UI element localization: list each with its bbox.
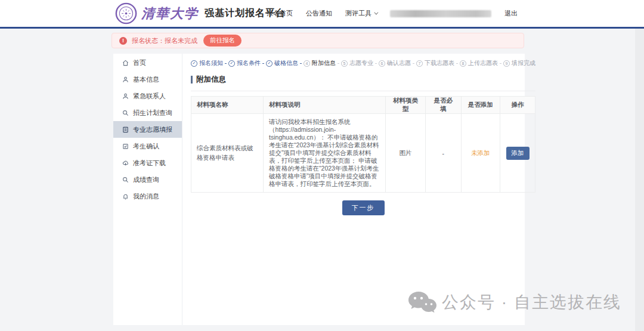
logout-link[interactable]: 退出 <box>504 9 518 18</box>
sidebar-item-label: 我的消息 <box>133 192 159 201</box>
sidebar-item-label: 成绩查询 <box>133 175 159 184</box>
next-button-wrap: 下一步 <box>191 200 535 215</box>
sidebar-item-score-query[interactable]: 成绩查询 <box>113 171 182 188</box>
form-icon <box>122 126 129 133</box>
step-connector <box>413 63 414 64</box>
step-6: 6确认志愿 <box>379 59 411 67</box>
section-divider <box>191 91 535 91</box>
chevron-down-icon <box>374 11 378 15</box>
required-cell: - <box>425 114 461 193</box>
step-connector <box>300 63 302 64</box>
step-connector <box>500 63 501 64</box>
watermark: 公众号 · 自主选拔在线 <box>408 290 621 314</box>
scrollbar-track[interactable] <box>635 29 644 331</box>
step-check-icon <box>266 60 273 67</box>
section-title-text: 附加信息 <box>196 75 226 85</box>
step-2: 报名条件 <box>228 59 261 67</box>
nav-registration-home[interactable]: 报名首页 <box>267 9 293 18</box>
sidebar-item-label: 紧急联系人 <box>133 92 166 101</box>
step-5: 5志愿专业 <box>341 59 373 67</box>
watermark-text: 公众号 · 自主选拔在线 <box>442 291 621 314</box>
university-name: 清華大学 <box>141 5 199 23</box>
operation-cell: 添加 <box>500 114 535 193</box>
step-8: 8上传志愿表 <box>460 59 498 67</box>
step-number: 5 <box>341 60 348 67</box>
bell-icon <box>122 193 129 200</box>
sidebar-item-label: 首页 <box>133 58 146 67</box>
sidebar-item-emergency-contact[interactable]: 紧急联系人 <box>113 88 182 104</box>
nav-announcements[interactable]: 公告通知 <box>306 9 332 18</box>
sidebar-item-label: 基本信息 <box>133 75 159 84</box>
step-label: 报名条件 <box>237 59 261 67</box>
step-number: 6 <box>379 60 385 67</box>
step-label: 上传志愿表 <box>468 59 498 67</box>
table-row: 综合素质材料表或破格资格申请表 请访问我校本科招生报名系统（https://ad… <box>191 114 535 193</box>
step-connector <box>262 63 264 64</box>
material-name-cell: 综合素质材料表或破格资格申请表 <box>191 114 264 193</box>
sidebar-item-candidate-confirm[interactable]: 考生确认 <box>113 138 182 154</box>
sidebar-item-label: 招生计划查询 <box>133 109 172 117</box>
sidebar-item-label: 准考证下载 <box>133 159 166 168</box>
step-connector <box>225 63 227 64</box>
step-label: 填报完成 <box>512 59 535 67</box>
col-operation: 操作 <box>500 97 535 114</box>
stepper: 报名须知 报名条件 破格信息 4附加信息 5志愿专业 6确认志愿 7下载志愿表 … <box>191 59 535 67</box>
col-material-type: 材料项类型 <box>386 97 425 114</box>
section-title-bar <box>191 76 193 83</box>
page: 清華大学 强基计划报名平台 报名首页 公告通知 测评工具 退出 ! 报名状态：报… <box>0 0 644 331</box>
step-number: 7 <box>416 60 423 67</box>
sidebar-item-label: 考生确认 <box>133 142 159 151</box>
added-status-cell: 未添加 <box>461 114 500 193</box>
step-1: 报名须知 <box>191 59 223 67</box>
sidebar-item-ticket-download[interactable]: 准考证下载 <box>113 154 182 171</box>
step-label: 下载志愿表 <box>425 59 454 67</box>
step-number: 4 <box>304 60 310 67</box>
status-text: 报名状态：报名未完成 <box>132 36 197 45</box>
user-icon <box>122 93 129 100</box>
wechat-icon <box>408 290 436 314</box>
main-panel: 报名须知 报名条件 破格信息 4附加信息 5志愿专业 6确认志愿 7下载志愿表 … <box>182 54 543 325</box>
section-title: 附加信息 <box>191 75 535 85</box>
go-register-button[interactable]: 前往报名 <box>203 35 242 47</box>
tsinghua-seal-icon <box>115 2 137 24</box>
step-connector <box>375 63 377 64</box>
step-label: 附加信息 <box>312 59 336 67</box>
material-description-cell: 请访问我校本科招生报名系统（https://admission.join-tsi… <box>264 114 386 193</box>
sidebar-item-label: 专业志愿填报 <box>133 125 172 134</box>
top-nav: 报名首页 公告通知 测评工具 退出 <box>267 0 518 27</box>
step-label: 报名须知 <box>199 59 223 67</box>
step-label: 破格信息 <box>274 59 298 67</box>
sidebar-item-basic-info[interactable]: 基本信息 <box>113 71 182 88</box>
step-check-icon <box>228 60 235 67</box>
material-type-cell: 图片 <box>386 114 425 193</box>
warning-icon: ! <box>119 37 127 45</box>
add-button[interactable]: 添加 <box>506 147 530 160</box>
logo-area: 清華大学 强基计划报名平台 <box>115 2 286 24</box>
sidebar-item-my-messages[interactable]: 我的消息 <box>113 188 182 205</box>
check-square-icon <box>122 143 129 150</box>
step-number: 8 <box>460 60 466 67</box>
sidebar-item-home[interactable]: 首页 <box>113 54 182 71</box>
status-bar: ! 报名状态：报名未完成 前往报名 <box>112 33 524 48</box>
col-material-name: 材料项名称 <box>191 97 264 114</box>
col-required: 是否必填 <box>425 97 461 114</box>
sidebar-item-admission-plan-query[interactable]: 招生计划查询 <box>113 104 182 121</box>
step-7: 7下载志愿表 <box>416 59 454 67</box>
step-number: 9 <box>503 60 510 67</box>
nav-evaluation-tools-label: 测评工具 <box>345 9 371 18</box>
app-header: 清華大学 强基计划报名平台 报名首页 公告通知 测评工具 退出 <box>0 0 644 29</box>
next-step-button[interactable]: 下一步 <box>342 200 385 215</box>
nav-evaluation-tools[interactable]: 测评工具 <box>345 9 377 18</box>
user-account-redacted <box>390 10 491 17</box>
content-card: 首页 基本信息 紧急联系人 招生计划查询 专业志愿填报 考生确认 <box>113 54 525 325</box>
step-connector <box>338 63 339 64</box>
home-icon <box>122 60 129 66</box>
step-9: 9填报完成 <box>503 59 535 67</box>
col-material-description: 材料项说明 <box>264 97 386 114</box>
step-4: 4附加信息 <box>304 59 336 67</box>
sidebar: 首页 基本信息 紧急联系人 招生计划查询 专业志愿填报 考生确认 <box>113 54 182 325</box>
search-icon <box>122 177 129 183</box>
sidebar-item-major-preference[interactable]: 专业志愿填报 <box>113 121 182 138</box>
cloud-download-icon <box>122 160 129 166</box>
materials-table: 材料项名称 材料项说明 材料项类型 是否必填 是否添加 操作 综合素质材料表或破… <box>191 96 535 193</box>
